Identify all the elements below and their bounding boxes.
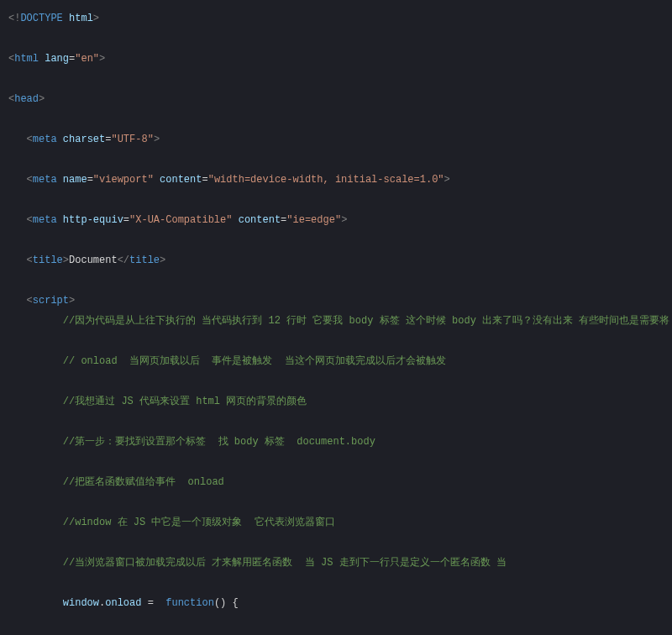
charset-val: UTF-8 xyxy=(118,134,148,145)
title-open: title xyxy=(33,255,63,266)
meta1: meta xyxy=(33,134,57,145)
meta2: meta xyxy=(33,174,57,186)
title-close: title xyxy=(129,255,160,266)
content-val: width=device-width, initial-scale=1.0 xyxy=(214,174,438,186)
html-open: html xyxy=(14,53,39,65)
doctype-value: html xyxy=(69,13,93,24)
comment5: //把匿名函数赋值给事件 onload xyxy=(63,476,224,488)
content-attr2: content xyxy=(239,214,281,226)
function-kw: function xyxy=(165,597,214,609)
comment4: //第一步：要找到设置那个标签 找 body 标签 document.body xyxy=(63,436,375,448)
window-obj: window xyxy=(63,597,99,609)
meta3: meta xyxy=(33,214,57,226)
code-editor[interactable]: <!DOCTYPE html> <html lang="en"> <head> … xyxy=(8,8,664,635)
name-attr: name xyxy=(63,174,87,186)
head-open: head xyxy=(14,93,39,105)
comment1: //因为代码是从上往下执行的 当代码执行到 12 行时 它要我 body 标签 … xyxy=(63,315,672,327)
comment3: //我想通过 JS 代码来设置 html 网页的背景的颜色 xyxy=(63,396,307,407)
script-open: script xyxy=(33,295,69,307)
title-text: Document xyxy=(69,255,118,266)
equiv-attr: http-equiv xyxy=(63,214,123,226)
charset-attr: charset xyxy=(63,134,105,145)
onload-prop: onload xyxy=(105,597,141,609)
lang-val: en xyxy=(81,53,92,65)
content-attr: content xyxy=(160,174,202,186)
comment6: //window 在 JS 中它是一个顶级对象 它代表浏览器窗口 xyxy=(63,517,335,528)
equiv-val: X-UA-Compatible xyxy=(135,214,226,226)
comment7: //当浏览器窗口被加载完成以后 才来解用匿名函数 当 JS 走到下一行只是定义一… xyxy=(63,557,507,569)
edge-val: ie=edge xyxy=(293,214,335,226)
viewport-val: viewport xyxy=(99,174,148,186)
comment2: // onload 当网页加载以后 事件是被触发 当这个网页加载完成以后才会被触… xyxy=(63,355,446,367)
